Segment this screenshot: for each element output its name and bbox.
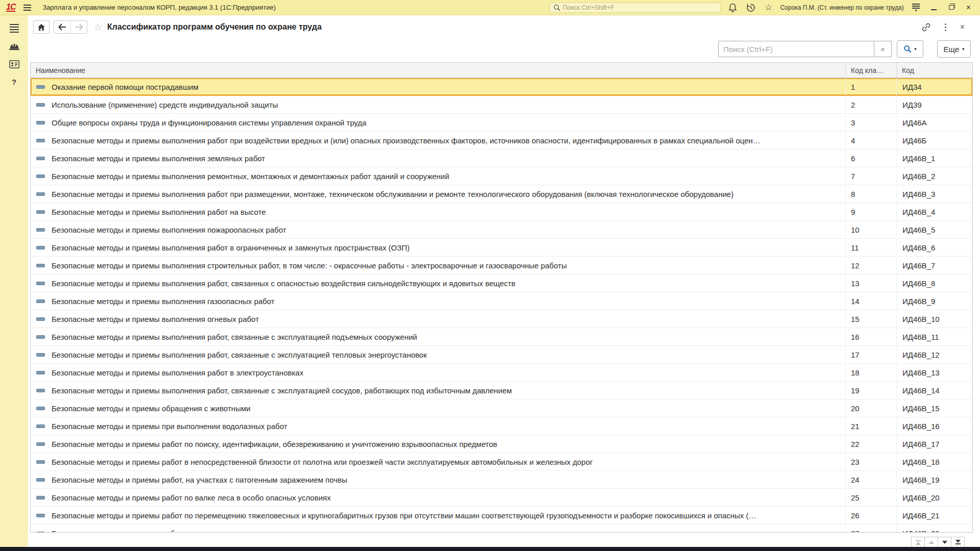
table-row[interactable]: Использование (применение) средств индив… [31,96,972,114]
row-class-code-cell: 20 [845,399,896,417]
find-button[interactable]: ▾ [897,40,923,58]
column-header-name[interactable]: Наименование [31,63,845,78]
scroll-to-bottom-button[interactable] [951,537,965,547]
row-name-cell: Безопасные методы и приемы выполнения ра… [31,185,845,203]
help-icon[interactable]: ? [5,73,23,91]
service-menu-icon[interactable]: ▾ [912,4,920,12]
list-item-icon [36,442,45,446]
table-row[interactable]: Безопасные методы и приемы выполнения ра… [31,203,972,221]
table-row[interactable]: Безопасные методы и приемы работ, на уча… [31,471,972,489]
list-item-icon [36,514,45,517]
table-row[interactable]: Безопасные методы и приемы выполнения ре… [31,167,972,185]
id-card-icon[interactable] [5,55,23,73]
favorites-star-icon[interactable]: ☆ [764,3,773,12]
table-row[interactable]: Безопасные методы и приемы работ в непос… [31,453,972,471]
history-icon[interactable] [746,3,755,12]
table-row[interactable]: Безопасные методы и приемы выполнения по… [31,221,972,239]
row-class-code-cell: 27 [845,524,896,533]
table-row[interactable]: Безопасные методы и приемы выполнения ра… [31,382,972,399]
table-row[interactable]: Безопасные методы и приемы выполнения ра… [31,274,972,292]
table-row[interactable]: Общие вопросы охраны труда и функциониро… [31,114,972,132]
column-header-class-code[interactable]: Код кла… [845,63,896,78]
row-name-cell: Безопасные методы и приемы работ по валк… [31,489,845,506]
row-code-cell: ИД46В_22 [896,524,972,533]
row-code-cell: ИД46В_5 [896,221,972,238]
row-code-cell: ИД46В_8 [896,274,972,292]
close-window-button[interactable]: × [960,22,965,32]
table-row[interactable]: Безопасные методы и приемы при выполнени… [31,417,972,435]
row-code-cell: ИД39 [896,96,972,113]
main-menu-icon[interactable] [23,5,31,11]
back-button[interactable] [54,21,70,33]
table-row[interactable]: Безопасные методы и приемы выполнения ст… [31,257,972,274]
global-search-input[interactable] [563,4,717,11]
table-row[interactable]: Безопасные методы и приемы работ по27ИД4… [31,524,972,533]
table-row[interactable]: Безопасные методы и приемы выполнения га… [31,292,972,310]
list-item-icon [36,157,45,160]
table-row[interactable]: Безопасные методы и приемы выполнения ра… [31,328,972,346]
list-item-icon [36,299,45,303]
more-menu-dots-icon[interactable] [945,23,946,25]
table-row[interactable]: Безопасные методы и приемы обращения с ж… [31,399,972,417]
row-class-code-cell: 13 [845,274,896,292]
chevron-down-icon: ▾ [914,46,917,52]
table-row[interactable]: Безопасные методы и приемы работ по пере… [31,507,972,524]
row-class-code-cell: 1 [845,78,896,95]
notifications-bell-icon[interactable] [728,3,738,12]
row-class-code-cell: 14 [845,292,896,310]
row-code-cell: ИД46В_13 [896,364,972,381]
row-class-code-cell: 12 [845,257,896,274]
1c-logo: 1С [6,3,15,12]
row-name-cell: Безопасные методы и приемы выполнения зе… [31,149,845,167]
get-link-icon[interactable] [921,22,931,32]
add-to-favorites-icon[interactable]: ☆ [93,21,102,33]
table-row[interactable]: Безопасные методы и приемы выполнения ра… [31,132,972,149]
table-row[interactable]: Безопасные методы и приемы выполнения ра… [31,364,972,382]
list-toolbar: × ▾ Еще ▾ [28,35,980,58]
row-class-code-cell: 3 [845,114,896,131]
row-name-cell: Безопасные методы и приемы выполнения ра… [31,364,845,381]
row-class-code-cell: 7 [845,167,896,185]
table-row[interactable]: Безопасные методы и приемы выполнения зе… [31,149,972,167]
table-row[interactable]: Безопасные методы и приемы работ по поис… [31,435,972,453]
row-name-cell: Безопасные методы и приемы работ в непос… [31,453,845,470]
table-row[interactable]: Безопасные методы и приемы выполнения ог… [31,310,972,328]
table-row[interactable]: Безопасные методы и приемы выполнения ра… [31,185,972,203]
row-code-cell: ИД46В_2 [896,167,972,185]
row-name-cell: Безопасные методы и приемы выполнения ра… [31,239,845,256]
row-name-cell: Безопасные методы и приемы выполнения ра… [31,203,845,220]
column-header-code[interactable]: Код [896,63,972,78]
forward-button[interactable] [70,21,87,33]
scroll-down-button[interactable] [938,537,951,547]
list-item-icon [36,210,45,214]
table-row[interactable]: Безопасные методы и приемы выполнения ра… [31,239,972,257]
row-code-cell: ИД46В_18 [896,453,972,470]
more-button[interactable]: Еще ▾ [937,40,971,58]
close-app-button[interactable]: × [966,4,971,11]
row-class-code-cell: 23 [845,453,896,470]
minimize-button[interactable] [931,9,937,10]
table-row[interactable]: Безопасные методы и приемы выполнения ра… [31,346,972,364]
table-row[interactable]: Безопасные методы и приемы работ по валк… [31,489,972,507]
list-item-icon [36,246,45,249]
safety-helmet-icon[interactable] [5,37,23,55]
home-button[interactable] [33,20,50,34]
global-search[interactable] [550,3,721,13]
taskbar-edge [0,547,980,551]
app-titlebar: 1С Зарплата и управление персоналом КОРП… [0,0,980,15]
clear-search-button[interactable]: × [874,41,892,57]
list-item-icon [36,496,45,499]
table-row[interactable]: Оказание первой помощи пострадавшим1ИД34 [31,78,972,96]
row-class-code-cell: 18 [845,364,896,381]
row-name-cell: Безопасные методы и приемы выполнения ра… [31,274,845,292]
row-name-cell: Безопасные методы и приемы работ по поис… [31,435,845,453]
current-user[interactable]: Сорока П.М. (Ст. инженер по охране труда… [780,4,904,11]
restore-button[interactable] [949,5,954,10]
row-class-code-cell: 22 [845,435,896,453]
search-icon [553,4,560,11]
scroll-up-button[interactable] [924,537,938,547]
list-search-input[interactable] [718,41,874,57]
row-name-cell: Общие вопросы охраны труда и функциониро… [31,114,845,131]
sidebar-panel-icon[interactable] [5,19,23,37]
scroll-to-top-button[interactable] [911,537,925,547]
